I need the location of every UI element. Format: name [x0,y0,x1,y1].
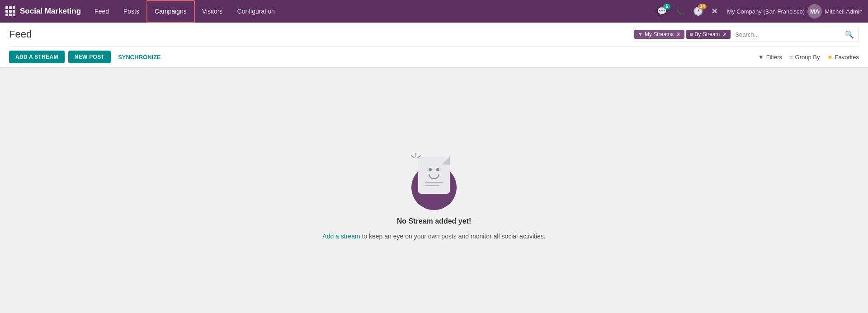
illustration-doc [418,157,450,194]
filter-controls: ▼ Filters ≡ Group By ★ Favorites [758,54,859,61]
activity-badge: 34 [698,4,707,9]
subheader-row1: Feed ▼ My Streams ✕ ≡ By Stream ✕ 🔍 [9,23,859,46]
doc-line-2 [425,185,439,186]
empty-state: No Stream added yet! Add a stream to kee… [322,151,545,240]
filter-tag-label: My Streams [645,31,674,37]
company-name: My Company (San Francisco) [727,8,805,15]
nav-item-configuration[interactable]: Configuration [230,0,282,23]
filter-tag-by-stream[interactable]: ≡ By Stream ✕ [686,30,731,39]
doc-left-eye [429,168,432,171]
topbar-right: 💬 5 📞 🕐 34 ✕ My Company (San Francisco) … [654,4,863,19]
chat-badge: 5 [663,4,670,9]
nav-item-campaigns[interactable]: Campaigns [146,0,195,23]
empty-title: No Stream added yet! [397,217,471,225]
new-post-button[interactable]: NEW POST [68,51,111,63]
group-by-lines-icon: ≡ [789,54,793,61]
phone-icon: 📞 [675,6,685,16]
nav-menu: Feed Posts Campaigns Visitors Configurat… [87,0,654,23]
spark-lines-icon [409,152,423,166]
favorites-label: Favorites [835,54,859,61]
filters-label: Filters [766,54,782,61]
activity-icon-btn[interactable]: 🕐 34 [690,5,706,18]
doc-lines [420,182,448,186]
add-stream-link[interactable]: Add a stream [322,233,360,240]
add-stream-button[interactable]: ADD A STREAM [9,51,65,63]
group-by-control[interactable]: ≡ Group By [789,54,820,61]
group-tag-close[interactable]: ✕ [722,31,727,37]
group-lines-icon: ≡ [690,32,693,37]
search-icon-button[interactable]: 🔍 [840,30,859,39]
page-title: Feed [9,28,32,40]
synchronize-button[interactable]: SYNCHRONIZE [114,54,165,61]
app-logo-area[interactable]: Social Marketing [5,6,81,16]
grid-icon[interactable] [5,6,15,16]
empty-illustration [405,151,463,210]
filter-tag-close[interactable]: ✕ [676,31,681,37]
filter-funnel-icon: ▼ [638,32,643,37]
top-navigation: Social Marketing Feed Posts Campaigns Vi… [0,0,868,23]
doc-right-eye [436,168,439,171]
user-initials: MA [810,8,819,15]
group-tag-label: By Stream [694,31,720,37]
nav-item-visitors[interactable]: Visitors [195,0,230,23]
doc-eyes-area [429,168,439,171]
close-icon: ✕ [711,6,718,16]
chat-icon-btn[interactable]: 💬 5 [654,5,670,18]
subheader: Feed ▼ My Streams ✕ ≡ By Stream ✕ 🔍 ADD … [0,23,868,68]
avatar[interactable]: MA [807,4,822,19]
action-buttons: ADD A STREAM NEW POST SYNCHRONIZE [9,51,165,63]
app-name: Social Marketing [20,7,81,16]
search-input[interactable] [731,31,840,38]
subheader-row2: ADD A STREAM NEW POST SYNCHRONIZE ▼ Filt… [9,47,859,67]
favorites-control[interactable]: ★ Favorites [827,54,859,61]
search-area: ▼ My Streams ✕ ≡ By Stream ✕ 🔍 [633,27,859,42]
user-name[interactable]: Mitchell Admin [825,8,863,15]
empty-subtitle: Add a stream to keep an eye on your own … [322,233,545,240]
filters-funnel-icon: ▼ [758,54,764,61]
doc-line-1 [425,182,443,183]
close-icon-btn[interactable]: ✕ [708,5,721,18]
filters-control[interactable]: ▼ Filters [758,54,782,61]
nav-item-posts[interactable]: Posts [116,0,146,23]
svg-line-1 [411,156,414,158]
favorites-star-icon: ★ [827,54,833,61]
svg-line-2 [418,156,420,158]
doc-smile [429,174,439,179]
nav-item-feed[interactable]: Feed [87,0,116,23]
group-by-label: Group By [795,54,820,61]
phone-icon-btn[interactable]: 📞 [672,5,688,18]
empty-subtitle-text: to keep an eye on your own posts and mon… [360,233,546,240]
filter-tag-my-streams[interactable]: ▼ My Streams ✕ [634,30,684,39]
main-content: No Stream added yet! Add a stream to kee… [0,68,868,313]
